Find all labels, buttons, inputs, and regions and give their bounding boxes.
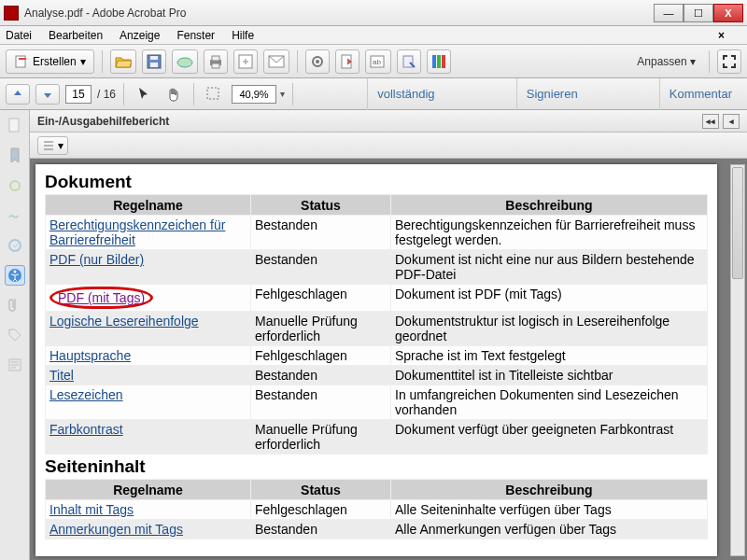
status-cell: Bestanden [251, 520, 391, 539]
bookmarks-panel-icon[interactable] [5, 146, 25, 166]
menu-datei[interactable]: Datei [6, 29, 32, 42]
rule-link[interactable]: Titel [49, 368, 74, 383]
open-button[interactable] [110, 49, 136, 74]
zoom-input[interactable] [232, 85, 276, 104]
rule-link[interactable]: Inhalt mit Tags [49, 502, 134, 517]
save-as-button[interactable] [233, 49, 258, 74]
table-row: PDF (mit Tags)FehlgeschlagenDokument ist… [46, 285, 708, 312]
toolbar-nav: / 16 ▾ vollständig Signieren Kommentar [0, 78, 747, 110]
select-button[interactable] [397, 49, 421, 74]
rule-link[interactable]: PDF (mit Tags) [58, 290, 145, 305]
print-button[interactable] [204, 49, 228, 74]
clip-panel-icon[interactable] [5, 295, 25, 315]
report-options-button[interactable]: ▾ [37, 136, 68, 155]
table-header: Beschreibung [391, 480, 708, 500]
section-heading: Dokument [45, 172, 708, 192]
table-header: Regelname [46, 195, 251, 216]
rule-link[interactable]: Berechtigungskennzeichen für Barrierefre… [49, 217, 225, 247]
rule-name-cell: Hauptsprache [46, 346, 251, 366]
sign-link[interactable]: Signieren [516, 78, 587, 110]
rule-name-cell: PDF (nur Bilder) [46, 250, 251, 285]
order-panel-icon[interactable] [5, 235, 25, 256]
color-button[interactable] [427, 49, 451, 74]
fullcheck-link[interactable]: vollständig [367, 78, 444, 110]
page-down-button[interactable] [35, 84, 60, 105]
maximize-button[interactable]: ☐ [684, 4, 713, 22]
cloud-button[interactable] [172, 49, 198, 74]
content-panel-icon[interactable] [5, 355, 25, 375]
rule-name-cell: Logische Lesereihenfolge [46, 312, 251, 346]
attachments-panel-icon[interactable] [5, 175, 25, 196]
accessibility-panel-icon[interactable] [5, 265, 25, 286]
report-nav-first[interactable]: ◂◂ [702, 114, 719, 129]
rule-link[interactable]: Anmerkungen mit Tags [49, 522, 183, 537]
report-nav-prev[interactable]: ◂ [723, 114, 740, 129]
settings-button[interactable] [305, 49, 330, 74]
rule-name-cell: Lesezeichen [46, 385, 251, 420]
rule-link[interactable]: Hauptsprache [49, 348, 131, 363]
table-row: TitelBestandenDokumenttitel ist in Titel… [46, 366, 708, 385]
rule-name-cell: Farbkontrast [46, 420, 251, 455]
hand-tool[interactable] [162, 84, 186, 105]
scrollbar-thumb[interactable] [732, 167, 743, 279]
save-button[interactable] [142, 49, 166, 74]
svg-text:ab: ab [373, 58, 381, 66]
close-button[interactable]: X [713, 4, 743, 22]
toolbar-divider [193, 83, 194, 105]
list-icon [42, 140, 55, 151]
menu-bearbeiten[interactable]: Bearbeiten [49, 29, 103, 42]
cloud-icon [176, 55, 193, 68]
cursor-tool[interactable] [132, 84, 156, 105]
ab-button[interactable]: ab [365, 49, 391, 74]
description-cell: Dokument ist PDF (mit Tags) [391, 285, 708, 312]
folder-open-icon [115, 54, 132, 69]
email-button[interactable] [263, 49, 289, 74]
svg-rect-17 [432, 55, 436, 68]
menu-hilfe[interactable]: Hilfe [232, 29, 254, 42]
menubar-close-icon[interactable]: × [718, 29, 725, 42]
export-button[interactable] [335, 49, 359, 74]
svg-rect-21 [9, 119, 19, 132]
status-cell: Manuelle Prüfung erforderlich [251, 420, 391, 455]
marquee-zoom[interactable] [202, 84, 226, 105]
comment-link[interactable]: Kommentar [659, 78, 741, 110]
page-total-num: 16 [104, 88, 116, 101]
rule-link[interactable]: Farbkontrast [49, 422, 123, 437]
svg-point-22 [10, 181, 20, 190]
menu-anzeige[interactable]: Anzeige [120, 29, 160, 42]
status-cell: Fehlgeschlagen [251, 346, 391, 366]
svg-rect-16 [403, 56, 413, 67]
pages-panel-icon[interactable] [5, 116, 25, 136]
rule-link[interactable]: Logische Lesereihenfolge [49, 314, 199, 329]
fullscreen-button[interactable] [717, 49, 741, 74]
vertical-scrollbar[interactable] [730, 164, 745, 556]
description-cell: Dokument verfügt über geeigneten Farbkon… [391, 420, 708, 455]
status-cell: Manuelle Prüfung erforderlich [251, 312, 391, 346]
customize-label: Anpassen [637, 55, 686, 68]
zoom-dropdown-icon[interactable]: ▾ [280, 89, 285, 99]
page-input[interactable] [65, 85, 92, 104]
customize-dropdown[interactable]: Anpassen ▾ [631, 49, 701, 74]
create-icon [14, 54, 29, 69]
arrow-down-icon [42, 89, 53, 100]
marquee-icon [206, 87, 221, 102]
svg-point-25 [13, 271, 16, 273]
table-header: Regelname [46, 480, 251, 500]
app-icon [4, 6, 19, 21]
minimize-button[interactable]: — [654, 4, 684, 22]
sidebar [0, 110, 30, 560]
svg-rect-8 [212, 63, 219, 68]
toolbar-divider [297, 50, 298, 73]
signatures-panel-icon[interactable] [5, 205, 25, 226]
rule-link[interactable]: PDF (nur Bilder) [49, 252, 144, 267]
menu-fenster[interactable]: Fenster [176, 29, 215, 42]
tags-panel-icon[interactable] [5, 325, 25, 345]
page-up-button[interactable] [6, 84, 30, 105]
table-header: Beschreibung [391, 195, 708, 216]
create-button[interactable]: Erstellen▾ [6, 49, 94, 74]
table-header: Status [251, 480, 391, 500]
floppy-icon [147, 54, 162, 69]
rule-name-cell: PDF (mit Tags) [46, 285, 251, 312]
rule-link[interactable]: Lesezeichen [49, 387, 123, 402]
report-options-bar: ▾ [30, 133, 747, 159]
